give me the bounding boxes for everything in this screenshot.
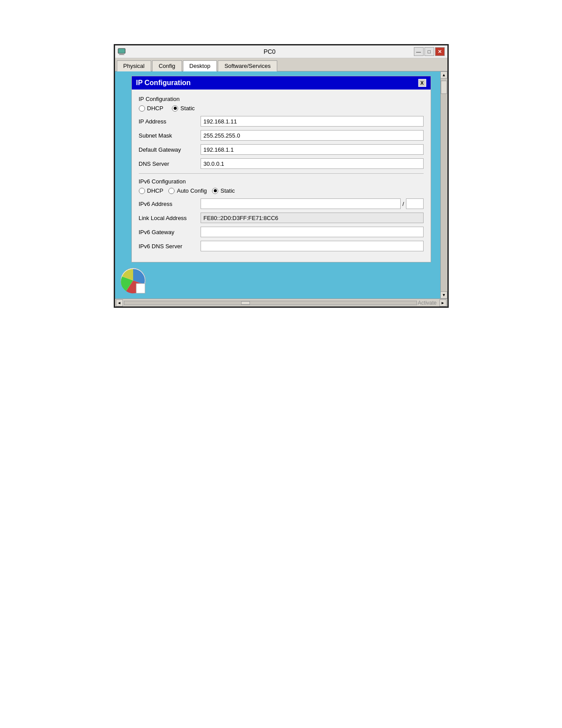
- ipv6-dhcp-label: DHCP: [147, 187, 164, 194]
- ipv6-section-label: IPv6 Configuration: [139, 178, 424, 185]
- dns-server-input[interactable]: [201, 158, 424, 169]
- title-bar-left: [118, 48, 126, 56]
- link-local-address-input[interactable]: [201, 213, 424, 223]
- ipv6-dhcp-radio-circle: [139, 188, 145, 194]
- dns-server-row: DNS Server: [139, 158, 424, 169]
- dhcp-radio-circle: [139, 105, 145, 112]
- svg-rect-0: [118, 49, 125, 53]
- scrollbar-thumb[interactable]: [241, 301, 250, 305]
- ip-address-label: IP Address: [139, 118, 201, 125]
- title-bar-controls: — □ ✕: [414, 47, 445, 56]
- dhcp-label: DHCP: [147, 105, 164, 112]
- ipv6-autoconfig-radio-circle: [168, 188, 175, 194]
- ipv6-radio-row: DHCP Auto Config Static: [139, 187, 424, 194]
- ipv6-gateway-label: IPv6 Gateway: [139, 229, 201, 235]
- tab-desktop[interactable]: Desktop: [183, 60, 217, 71]
- dhcp-radio[interactable]: DHCP: [139, 105, 164, 112]
- tab-physical[interactable]: Physical: [117, 60, 151, 71]
- activate-text: Activate: [418, 300, 437, 306]
- dialog-title: IP Configuration: [136, 79, 191, 87]
- ipv6-dhcp-radio[interactable]: DHCP: [139, 187, 164, 194]
- main-content: IP Configuration X IP Configuration DHCP…: [115, 71, 447, 299]
- default-gateway-label: Default Gateway: [139, 146, 201, 153]
- ipv6-autoconfig-radio[interactable]: Auto Config: [168, 187, 207, 194]
- default-gateway-input[interactable]: [201, 144, 424, 155]
- ip-address-input[interactable]: [201, 116, 424, 127]
- scroll-right-arrow[interactable]: ►: [439, 299, 447, 306]
- right-scrollbar[interactable]: ▲ ▼: [440, 71, 447, 299]
- scroll-up-arrow[interactable]: ▲: [440, 71, 447, 78]
- svg-rect-4: [136, 284, 145, 293]
- subnet-mask-input[interactable]: [201, 130, 424, 141]
- section-divider: [139, 173, 424, 174]
- title-bar: PC0 — □ ✕: [115, 45, 447, 58]
- scroll-left-arrow[interactable]: ◄: [116, 299, 123, 306]
- tab-config[interactable]: Config: [152, 60, 182, 71]
- window-title: PC0: [126, 48, 414, 55]
- ipv6-dns-server-row: IPv6 DNS Server: [139, 241, 424, 251]
- scroll-down-arrow[interactable]: ▼: [440, 291, 447, 299]
- ipv4-section-label: IP Configuration: [139, 96, 424, 102]
- ipv6-prefix-input[interactable]: [406, 198, 424, 209]
- dns-server-label: DNS Server: [139, 161, 201, 167]
- static-radio[interactable]: Static: [172, 105, 195, 112]
- ipv6-static-radio[interactable]: Static: [212, 187, 235, 194]
- subnet-mask-label: Subnet Mask: [139, 132, 201, 139]
- ipv6-gateway-input[interactable]: [201, 227, 424, 237]
- static-radio-circle: [172, 105, 178, 112]
- window-close-button[interactable]: ✕: [435, 47, 445, 56]
- maximize-button[interactable]: □: [424, 47, 434, 56]
- dialog-body: IP Configuration DHCP Static IP Address: [132, 90, 431, 262]
- ipv6-address-input[interactable]: [201, 198, 401, 209]
- ipv6-gateway-row: IPv6 Gateway: [139, 227, 424, 237]
- ip-configuration-dialog: IP Configuration X IP Configuration DHCP…: [131, 76, 431, 262]
- tab-bar: Physical Config Desktop Software/Service…: [115, 58, 447, 71]
- minimize-button[interactable]: —: [414, 47, 424, 56]
- link-local-address-row: Link Local Address: [139, 213, 424, 223]
- bottom-logo-area: [119, 267, 443, 294]
- scrollbar-track: [124, 301, 417, 305]
- computer-icon: [118, 48, 126, 56]
- ipv6-address-row: IPv6 Address /: [139, 198, 424, 209]
- ipv6-dns-server-label: IPv6 DNS Server: [139, 243, 201, 250]
- link-local-address-label: Link Local Address: [139, 215, 201, 221]
- bottom-scrollbar-bar: ◄ Activate ►: [115, 299, 447, 306]
- pc-logo-icon: [119, 267, 147, 294]
- static-label: Static: [180, 105, 195, 112]
- ip-address-row: IP Address: [139, 116, 424, 127]
- ipv6-autoconfig-label: Auto Config: [177, 187, 207, 194]
- tab-software-services[interactable]: Software/Services: [218, 60, 277, 71]
- scroll-v-thumb[interactable]: [441, 81, 447, 94]
- ipv4-radio-row: DHCP Static: [139, 105, 424, 112]
- ipv6-address-label: IPv6 Address: [139, 201, 201, 207]
- default-gateway-row: Default Gateway: [139, 144, 424, 155]
- svg-rect-1: [120, 53, 123, 54]
- application-window: PC0 — □ ✕ Physical Config Desktop Softwa…: [114, 44, 449, 308]
- scroll-v-track: [441, 78, 447, 291]
- ipv6-static-radio-circle: [212, 188, 218, 194]
- ipv6-static-label: Static: [220, 187, 235, 194]
- ipv6-dns-server-input[interactable]: [201, 241, 424, 251]
- dialog-close-button[interactable]: X: [418, 79, 426, 87]
- ipv6-slash: /: [402, 201, 404, 207]
- subnet-mask-row: Subnet Mask: [139, 130, 424, 141]
- dialog-title-bar: IP Configuration X: [132, 76, 431, 90]
- svg-rect-2: [119, 54, 124, 55]
